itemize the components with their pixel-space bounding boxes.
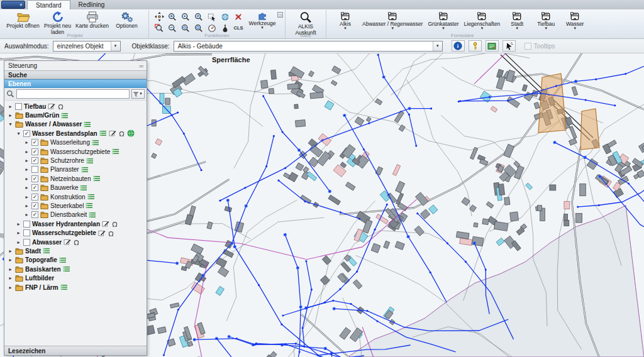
chevron-collapsed-icon[interactable]: ▸ <box>8 266 13 272</box>
objektklasse-select[interactable]: Alkis - Gebäude ▼ <box>174 41 443 52</box>
chevron-collapsed-icon[interactable]: ▸ <box>8 275 13 281</box>
dialog-launcher-icon[interactable]: ◳ <box>277 12 283 18</box>
layer-checkbox[interactable] <box>23 221 30 228</box>
layer-label[interactable]: Dienstbarkeit <box>50 211 87 218</box>
projekt-neu-laden-button[interactable]: Projekt neu laden <box>40 11 75 35</box>
layer-label[interactable]: Konstruktion <box>50 194 86 200</box>
layer-checkbox[interactable]: ✓ <box>31 148 38 155</box>
filter-button[interactable]: ▼ <box>131 89 145 99</box>
formulare-button-alkis[interactable]: Alkis▼ <box>331 11 360 30</box>
zoom-center-icon[interactable] <box>180 23 191 33</box>
zoom-out-icon[interactable] <box>167 23 178 33</box>
layer-checkbox[interactable]: ✓ <box>31 175 38 182</box>
edit-icon[interactable] <box>64 238 71 246</box>
legend-map-button[interactable] <box>486 40 499 52</box>
layer-checkbox[interactable] <box>23 229 30 236</box>
legend-icon[interactable] <box>84 121 91 128</box>
legend-icon[interactable] <box>92 140 99 146</box>
formulare-button-wasser[interactable]: Wasser▼ <box>560 11 589 30</box>
edit-icon[interactable] <box>98 229 106 237</box>
layer-row[interactable]: ▾Wasser / Abwasser <box>4 120 147 129</box>
pan-icon[interactable] <box>153 11 165 22</box>
layer-row[interactable]: ▸Topografie <box>4 256 147 265</box>
chevron-collapsed-icon[interactable]: ▸ <box>16 230 21 236</box>
layer-label[interactable]: Basiskarten <box>25 266 61 273</box>
legend-icon[interactable] <box>59 257 67 263</box>
layer-label[interactable]: Wasserschutzgebiete <box>32 229 96 236</box>
legend-icon[interactable] <box>81 167 89 173</box>
legend-icon[interactable] <box>60 284 68 290</box>
chevron-collapsed-icon[interactable]: ▸ <box>24 212 30 217</box>
quick-access-menu-button[interactable]: ▾ <box>1 1 25 9</box>
layer-row[interactable]: ▾✓Wasser Bestandsplan <box>4 129 147 138</box>
legend-icon[interactable] <box>112 148 119 155</box>
werkzeuge-button[interactable]: Werkzeuge ▼ <box>244 11 280 30</box>
chevron-collapsed-icon[interactable]: ▸ <box>24 167 30 172</box>
zoom-dot-icon[interactable] <box>180 11 191 22</box>
layer-checkbox[interactable]: ✓ <box>31 202 38 209</box>
layer-row[interactable]: ▸Planraster <box>4 165 147 174</box>
panel-menu-icon[interactable]: ═ <box>140 63 143 69</box>
formulare-button-gr-nkataster[interactable]: Grünkataster▼ <box>425 11 461 30</box>
formulare-button-tiefbau[interactable]: Tiefbau▼ <box>531 11 560 30</box>
chevron-collapsed-icon[interactable]: ▸ <box>24 149 30 155</box>
formulare-button-abwasser-regenwasser[interactable]: Abwasser / Regenwasser▼ <box>360 11 425 30</box>
chevron-expanded-icon[interactable]: ▾ <box>16 131 21 136</box>
pointer-button[interactable] <box>502 40 516 52</box>
chevron-collapsed-icon[interactable]: ▸ <box>16 221 21 227</box>
legend-icon[interactable] <box>87 194 95 200</box>
tab-redlining[interactable]: Redlining <box>70 0 113 9</box>
layer-row[interactable]: ▸✓Konstruktion <box>4 192 147 201</box>
layer-row[interactable]: ▸✓Wasserschutzgebiete <box>4 147 147 156</box>
legend-icon[interactable] <box>86 202 93 209</box>
layer-label[interactable]: Tiefbau <box>24 103 46 110</box>
layer-label[interactable]: Planraster <box>50 166 79 173</box>
chevron-collapsed-icon[interactable]: ▸ <box>24 176 30 182</box>
zoom-window-icon[interactable] <box>153 23 165 33</box>
chevron-collapsed-icon[interactable]: ▸ <box>8 248 13 254</box>
projekt-oeffnen-button[interactable]: Projekt öffnen <box>6 11 40 30</box>
layer-row[interactable]: ▸Baum/Grün <box>4 111 147 119</box>
edit-icon[interactable] <box>109 129 116 137</box>
chevron-collapsed-icon[interactable]: ▸ <box>8 104 13 109</box>
zoom-to-layer-icon[interactable] <box>108 229 114 237</box>
vertex-select-icon[interactable] <box>206 11 218 22</box>
layer-label[interactable]: Topografie <box>25 256 57 263</box>
zoom-to-layer-icon[interactable] <box>57 102 64 110</box>
section-lesezeichen[interactable]: Lesezeichen <box>4 346 147 355</box>
chevron-collapsed-icon[interactable]: ▸ <box>24 185 30 190</box>
legend-icon[interactable] <box>80 185 87 191</box>
layer-row[interactable]: ▸Basiskarten <box>4 265 147 273</box>
layer-checkbox[interactable] <box>15 103 22 110</box>
layer-row[interactable]: ▸Stadt <box>4 246 147 255</box>
layer-checkbox[interactable] <box>23 239 30 246</box>
zoom-previous-icon[interactable]: P <box>193 11 204 22</box>
edit-icon[interactable] <box>102 220 109 228</box>
auswahlmodus-select[interactable]: einzelnes Objekt ▼ <box>53 41 121 52</box>
plumb-icon[interactable] <box>219 23 231 33</box>
zoom-to-layer-icon[interactable] <box>118 129 125 137</box>
layer-label[interactable]: Steuerkabel <box>50 202 84 209</box>
section-ebenen[interactable]: Ebenen <box>4 79 147 88</box>
delete-redlining-icon[interactable] <box>233 11 244 22</box>
layer-row[interactable]: ▸FNP / Lärm <box>4 283 147 292</box>
section-suche[interactable]: Suche <box>4 70 147 79</box>
chevron-collapsed-icon[interactable]: ▸ <box>24 203 30 209</box>
layer-row[interactable]: ▸✓Steuerkabel <box>4 201 147 210</box>
layer-label[interactable]: Wasserschutzgebiete <box>50 148 110 155</box>
cls-button[interactable]: CLS <box>234 25 243 31</box>
globe-icon[interactable] <box>127 129 135 137</box>
gauge-icon[interactable] <box>206 23 218 33</box>
chevron-collapsed-icon[interactable]: ▸ <box>8 285 13 290</box>
layer-label[interactable]: Wasser Bestandsplan <box>32 130 97 137</box>
legend-icon[interactable] <box>93 175 101 182</box>
layer-search-input[interactable] <box>16 89 130 99</box>
chevron-collapsed-icon[interactable]: ▸ <box>16 239 21 245</box>
legend-icon[interactable] <box>86 158 94 164</box>
layer-label[interactable]: Wasser / Abwasser <box>25 121 82 128</box>
layer-checkbox[interactable]: ✓ <box>31 211 38 218</box>
layer-row[interactable]: ▸Abwasser <box>4 238 147 246</box>
chevron-collapsed-icon[interactable]: ▸ <box>24 140 30 145</box>
zoom-extent-icon[interactable] <box>193 23 204 33</box>
zoom-in-icon[interactable] <box>167 11 178 22</box>
